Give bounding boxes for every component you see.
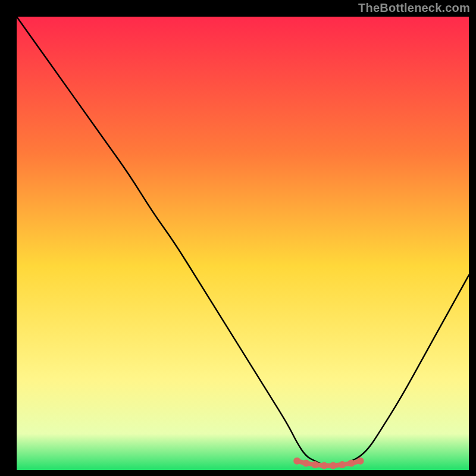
bottleneck-plot xyxy=(0,0,476,476)
watermark-label: TheBottleneck.com xyxy=(358,1,470,15)
gradient-background xyxy=(17,17,469,470)
chart-stage: TheBottleneck.com xyxy=(0,0,476,476)
